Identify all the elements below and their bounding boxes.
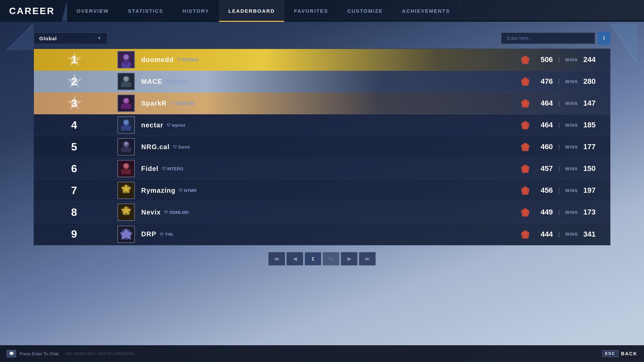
player-name[interactable]: Rymazing bbox=[141, 187, 175, 194]
table-row: 9 DRP 🛡Ynk. 444 | WINS 341 bbox=[34, 223, 610, 245]
rank-cell: 6 bbox=[34, 163, 114, 175]
wins-label: WINS bbox=[565, 232, 578, 237]
rank-number: 9 bbox=[71, 228, 77, 240]
wins-label: WINS bbox=[565, 144, 578, 149]
player-info: SparkR 🛡ODMLMD bbox=[138, 100, 520, 107]
score-value: 464 bbox=[536, 99, 553, 108]
avatar[interactable] bbox=[117, 95, 135, 112]
svg-text:★: ★ bbox=[125, 142, 127, 145]
first-page-button[interactable]: ⏮ bbox=[268, 252, 285, 265]
team-icon: 🛡 bbox=[179, 188, 182, 192]
wins-label: WINS bbox=[565, 79, 578, 84]
app-logo: CAREER bbox=[0, 0, 67, 22]
avatar-cell bbox=[114, 95, 138, 112]
navbar: CAREER OVERVIEW STATISTICS HISTORY LEADE… bbox=[0, 0, 644, 22]
score-divider: | bbox=[558, 209, 560, 216]
wins-label: WINS bbox=[565, 101, 578, 106]
avatar[interactable] bbox=[117, 51, 135, 68]
gem-icon bbox=[520, 141, 531, 152]
team-icon: 🛡 bbox=[166, 79, 169, 83]
avatar[interactable] bbox=[117, 73, 135, 90]
player-info: Nevix 🛡ODMLMD bbox=[138, 208, 520, 216]
score-value: 460 bbox=[536, 142, 553, 151]
rank-cell: ★ 2 bbox=[34, 75, 114, 88]
next-page-button[interactable]: ▶ bbox=[341, 252, 358, 265]
wins-value: 244 bbox=[583, 55, 600, 64]
avatar[interactable]: ★ bbox=[117, 138, 135, 156]
avatar[interactable] bbox=[117, 116, 135, 134]
player-name[interactable]: DRP bbox=[141, 230, 156, 238]
last-page-button[interactable]: ⏭ bbox=[359, 252, 376, 265]
tab-history[interactable]: HISTORY bbox=[173, 0, 219, 22]
region-dropdown[interactable]: Global ▼ bbox=[34, 33, 107, 44]
table-row: ★ 1 doomedd 🛡INTERG bbox=[34, 49, 610, 71]
wins-value: 197 bbox=[583, 186, 600, 195]
player-name[interactable]: NRG.cal bbox=[141, 143, 170, 151]
back-button[interactable]: ESC BACK bbox=[602, 350, 637, 357]
gem-icon bbox=[520, 163, 531, 174]
avatar[interactable] bbox=[117, 226, 135, 243]
player-team: 🛡Ynk. bbox=[160, 232, 174, 237]
score-value: 506 bbox=[536, 55, 553, 64]
player-name[interactable]: doomedd bbox=[141, 56, 174, 64]
rank-number: 8 bbox=[71, 206, 77, 219]
avatar[interactable] bbox=[117, 182, 135, 199]
back-label: BACK bbox=[621, 351, 637, 356]
total-pages: 51 bbox=[323, 252, 339, 265]
info-button[interactable]: i bbox=[598, 32, 610, 45]
team-icon: 🛡 bbox=[177, 58, 181, 62]
score-value: 444 bbox=[536, 230, 553, 239]
player-team: 🛡INTERG bbox=[177, 57, 199, 62]
gem-icon bbox=[520, 229, 531, 240]
player-name[interactable]: SparkR bbox=[141, 100, 167, 107]
player-name[interactable]: Fidel bbox=[141, 165, 159, 173]
chat-hint: 💬 Press Enter To Chat bbox=[7, 350, 58, 357]
prev-page-button[interactable]: ◀ bbox=[286, 252, 303, 265]
svg-point-20 bbox=[124, 98, 128, 103]
score-value: 449 bbox=[536, 208, 553, 217]
tab-achievements[interactable]: ACHIEVEMENTS bbox=[392, 0, 460, 22]
deco-arrow-bottom bbox=[7, 322, 47, 344]
pagination: ⏮ ◀ 1 51 ▶ ⏭ bbox=[34, 245, 610, 269]
score-divider: | bbox=[558, 56, 560, 63]
bottom-bar: 💬 Press Enter To Chat UID: 1828027395 | … bbox=[0, 345, 644, 362]
table-row: 6 Fidel 🛡INTERG 457 | WINS 150 bbox=[34, 158, 610, 180]
gem-icon bbox=[520, 98, 531, 109]
team-icon: 🛡 bbox=[173, 145, 177, 149]
score-divider: | bbox=[558, 100, 560, 107]
gem-icon bbox=[520, 207, 531, 218]
gem-icon bbox=[520, 76, 531, 87]
avatar[interactable] bbox=[117, 203, 135, 221]
team-icon: 🛡 bbox=[164, 210, 168, 214]
player-name[interactable]: nectar bbox=[141, 121, 163, 129]
player-name[interactable]: Nevix bbox=[141, 208, 161, 216]
svg-point-39 bbox=[124, 164, 128, 168]
avatar[interactable] bbox=[117, 160, 135, 177]
player-name[interactable]: MACE bbox=[141, 78, 162, 85]
tab-leaderboard[interactable]: LEADERBOARD bbox=[219, 0, 285, 22]
score-value: 456 bbox=[536, 186, 553, 195]
svg-rect-38 bbox=[121, 169, 131, 174]
tab-statistics[interactable]: STATISTICS bbox=[119, 0, 173, 22]
tab-customize[interactable]: CUSTOMIZE bbox=[338, 0, 392, 22]
chevron-down-icon: ▼ bbox=[97, 36, 102, 41]
gem-icon bbox=[520, 185, 531, 196]
search-input[interactable] bbox=[501, 33, 595, 44]
filter-bar: Global ▼ i bbox=[34, 32, 610, 45]
player-info: NRG.cal 🛡Zaros bbox=[138, 143, 520, 151]
score-area: 464 | WINS 185 bbox=[520, 120, 610, 130]
team-icon: 🛡 bbox=[160, 232, 163, 236]
svg-point-26 bbox=[124, 120, 128, 124]
chat-icon: 💬 bbox=[7, 350, 16, 357]
score-divider: | bbox=[558, 78, 560, 85]
tab-favorites[interactable]: FAVORITES bbox=[284, 0, 338, 22]
wins-value: 150 bbox=[583, 164, 600, 173]
tab-overview[interactable]: OVERVIEW bbox=[67, 0, 119, 22]
svg-point-14 bbox=[124, 76, 128, 81]
wins-label: WINS bbox=[565, 188, 578, 193]
avatar-cell bbox=[114, 203, 138, 221]
score-area: 464 | WINS 147 bbox=[520, 98, 610, 109]
current-page[interactable]: 1 bbox=[305, 252, 321, 265]
score-divider: | bbox=[558, 231, 560, 238]
score-area: 456 | WINS 197 bbox=[520, 185, 610, 196]
